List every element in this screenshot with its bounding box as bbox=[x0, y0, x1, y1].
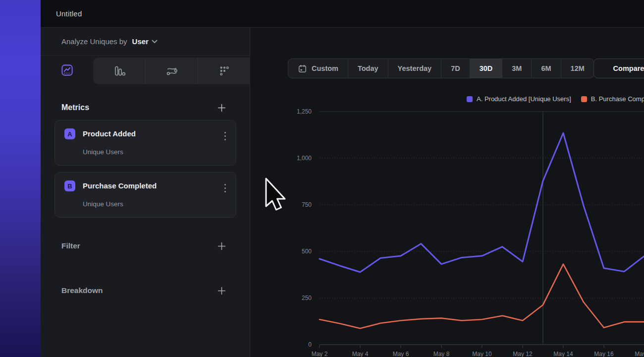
svg-text:250: 250 bbox=[302, 295, 312, 301]
background-gradient bbox=[0, 0, 41, 357]
query-sidebar: Analyze Uniques by User bbox=[41, 28, 250, 357]
svg-text:May 14: May 14 bbox=[553, 351, 573, 357]
svg-text:750: 750 bbox=[302, 201, 312, 208]
metric-card-list: AProduct AddedUnique UsersBPurchase Comp… bbox=[41, 120, 250, 218]
query-sections: FilterBreakdown bbox=[41, 240, 250, 296]
metric-name: Product Added bbox=[83, 129, 136, 138]
metric-measurement: Unique Users bbox=[83, 148, 123, 156]
svg-text:May 12: May 12 bbox=[513, 351, 533, 357]
add-breakdown-button[interactable] bbox=[217, 287, 226, 295]
chart-panel: CustomTodayYesterday7D30D3M6M12M Compare… bbox=[250, 28, 644, 357]
tab-flow[interactable] bbox=[146, 58, 198, 84]
plus-icon bbox=[217, 104, 226, 112]
bar-chart-icon bbox=[113, 64, 126, 77]
funnel-dots-icon bbox=[218, 64, 231, 77]
tab-funnel[interactable] bbox=[198, 58, 250, 84]
metric-badge: B bbox=[64, 180, 75, 191]
svg-text:May 16: May 16 bbox=[594, 351, 614, 357]
metric-card-b[interactable]: BPurchase CompletedUnique Users bbox=[54, 172, 236, 218]
svg-text:1,250: 1,250 bbox=[297, 108, 312, 115]
add-metric-button[interactable] bbox=[217, 104, 226, 112]
chart-type-tabs bbox=[41, 56, 250, 84]
analyze-by-dropdown[interactable]: User bbox=[132, 37, 158, 46]
metrics-header: Metrics bbox=[61, 103, 226, 112]
svg-text:May 4: May 4 bbox=[352, 351, 369, 357]
analyze-by-label: Analyze Uniques by bbox=[61, 37, 127, 46]
metric-options-button[interactable] bbox=[222, 130, 228, 142]
tab-bar-chart[interactable] bbox=[93, 58, 146, 84]
screenshot-root: Untitled Analyze Uniques by User bbox=[0, 0, 644, 357]
svg-text:May 10: May 10 bbox=[472, 351, 492, 357]
svg-text:May 6: May 6 bbox=[393, 351, 409, 357]
analyze-by-row: Analyze Uniques by User bbox=[41, 28, 250, 56]
line-chart-icon bbox=[60, 63, 74, 77]
svg-text:May 18: May 18 bbox=[635, 351, 644, 357]
plus-icon bbox=[217, 242, 226, 250]
section-row-filter: Filter bbox=[61, 240, 226, 251]
svg-text:500: 500 bbox=[302, 248, 312, 255]
analytics-app-window: Untitled Analyze Uniques by User bbox=[41, 0, 644, 357]
report-title: Untitled bbox=[56, 9, 82, 18]
metric-options-button[interactable] bbox=[222, 182, 228, 194]
tab-line-chart[interactable] bbox=[41, 56, 93, 84]
metric-measurement: Unique Users bbox=[83, 200, 123, 208]
svg-text:1,000: 1,000 bbox=[297, 155, 312, 162]
add-filter-button[interactable] bbox=[217, 242, 226, 250]
svg-text:0: 0 bbox=[308, 341, 312, 348]
section-label: Breakdown bbox=[61, 286, 103, 295]
metric-name: Purchase Completed bbox=[83, 181, 157, 190]
metric-card-a[interactable]: AProduct AddedUnique Users bbox=[54, 120, 236, 166]
line-chart-canvas[interactable]: 02505007501,0001,250May 2May 4May 6May 8… bbox=[250, 28, 644, 357]
metrics-title: Metrics bbox=[61, 103, 89, 112]
chart-type-tab-strip bbox=[93, 58, 250, 84]
section-row-breakdown: Breakdown bbox=[61, 285, 226, 296]
metric-badge: A bbox=[64, 128, 75, 139]
plus-icon bbox=[217, 287, 226, 295]
chevron-down-icon bbox=[152, 40, 158, 44]
section-label: Filter bbox=[61, 241, 80, 250]
flow-icon bbox=[165, 64, 178, 77]
analyze-by-value: User bbox=[132, 37, 149, 46]
svg-text:May 2: May 2 bbox=[312, 351, 328, 357]
svg-text:May 8: May 8 bbox=[433, 351, 450, 357]
top-bar: Untitled bbox=[41, 0, 644, 28]
